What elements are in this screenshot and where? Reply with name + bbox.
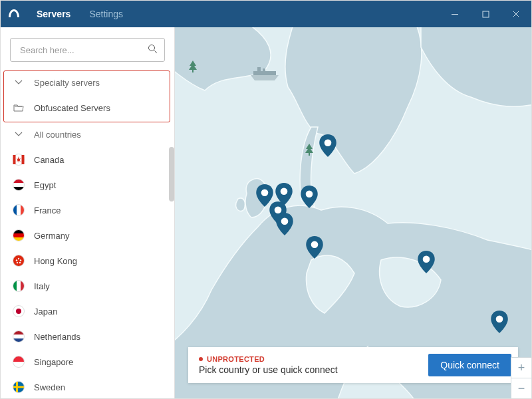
search-field[interactable]: [19, 45, 148, 56]
country-label: Egypt: [34, 180, 56, 190]
svg-point-27: [16, 259, 17, 261]
flag-germany-icon: [13, 229, 25, 241]
sidebar-item-france[interactable]: France: [1, 198, 174, 223]
svg-point-24: [20, 259, 21, 261]
tree-icon: [304, 144, 315, 159]
country-label: Germany: [34, 231, 69, 241]
flag-italy-icon: [13, 280, 25, 292]
country-label: Italy: [34, 281, 50, 291]
svg-rect-9: [13, 183, 25, 187]
tab-settings[interactable]: Settings: [80, 1, 132, 27]
sidebar-item-singapore[interactable]: Singapore: [1, 349, 174, 374]
svg-point-25: [19, 262, 21, 263]
flag-japan-icon: [13, 305, 25, 317]
sidebar-item-japan[interactable]: Japan: [1, 299, 174, 324]
country-label: France: [34, 205, 61, 215]
svg-rect-30: [17, 280, 21, 292]
flag-singapore-icon: [13, 356, 25, 368]
map-pin[interactable]: [319, 134, 336, 157]
map-landmass: [175, 27, 531, 398]
sidebar-item-obfuscated[interactable]: Obfuscated Servers: [1, 95, 174, 120]
map-pin[interactable]: [418, 251, 435, 273]
status-label: UNPROTECTED: [207, 355, 265, 363]
folder-open-icon: [13, 102, 25, 114]
flag-france-icon: [13, 204, 25, 216]
maximize-button[interactable]: [470, 1, 501, 27]
sidebar-item-italy[interactable]: Italy: [1, 273, 174, 299]
status-message: Pick country or use quick connect: [199, 364, 338, 375]
flag-sweden-icon: [13, 381, 25, 393]
close-button[interactable]: [501, 1, 531, 27]
titlebar: Servers Settings: [1, 1, 531, 27]
svg-rect-37: [13, 334, 25, 338]
svg-rect-47: [13, 386, 25, 388]
sidebar-item-egypt[interactable]: Egypt: [1, 172, 174, 198]
svg-line-3: [154, 51, 157, 53]
flag-canada-icon: [13, 154, 25, 166]
all-countries-label: All countries: [34, 130, 81, 140]
svg-point-2: [149, 45, 155, 51]
scrollbar-thumb[interactable]: [169, 147, 174, 201]
chevron-down-icon: [13, 128, 25, 140]
flag-hong-kong-icon: [13, 255, 25, 267]
svg-rect-52: [263, 68, 265, 71]
protection-status: UNPROTECTED: [199, 355, 338, 363]
svg-point-23: [18, 258, 19, 259]
flag-netherlands-icon: [13, 331, 25, 342]
map-pin[interactable]: [491, 311, 508, 333]
sidebar-item-sweden[interactable]: Sweden: [1, 374, 174, 398]
sidebar-item-hong-kong[interactable]: Hong Kong: [1, 248, 174, 273]
status-bar: UNPROTECTED Pick country or use quick co…: [188, 347, 518, 383]
svg-rect-6: [22, 155, 25, 164]
svg-rect-49: [192, 70, 194, 72]
zoom-in-button[interactable]: +: [511, 358, 531, 378]
app-logo-icon: [1, 1, 27, 27]
svg-rect-50: [309, 153, 310, 156]
status-dot-icon: [199, 357, 203, 361]
zoom-out-button[interactable]: −: [511, 378, 531, 398]
map-pin[interactable]: [276, 213, 293, 235]
boat-icon: [248, 67, 281, 85]
map-pin[interactable]: [301, 186, 318, 208]
map-view[interactable]: UNPROTECTED Pick country or use quick co…: [175, 27, 531, 398]
quick-connect-button[interactable]: Quick connect: [428, 354, 511, 376]
country-label: Hong Kong: [34, 256, 77, 266]
obfuscated-label: Obfuscated Servers: [34, 103, 110, 113]
zoom-controls: + −: [511, 357, 531, 398]
tree-icon: [188, 61, 198, 76]
country-label: Singapore: [34, 357, 73, 367]
all-countries-header[interactable]: All countries: [1, 122, 174, 147]
server-list: Specialty servers Obfuscated Servers All…: [1, 70, 174, 398]
country-label: Canada: [34, 155, 65, 165]
svg-rect-1: [483, 11, 489, 17]
sidebar-item-germany[interactable]: Germany: [1, 223, 174, 248]
country-label: Japan: [34, 307, 57, 317]
minimize-button[interactable]: [440, 1, 470, 27]
specialty-label: Specialty servers: [34, 78, 100, 88]
svg-rect-5: [13, 155, 16, 164]
sidebar-item-netherlands[interactable]: Netherlands: [1, 324, 174, 349]
svg-rect-14: [17, 204, 21, 216]
svg-point-26: [17, 262, 18, 263]
svg-rect-51: [257, 67, 261, 71]
svg-point-34: [16, 309, 21, 314]
search-input[interactable]: [10, 38, 165, 62]
sidebar: Specialty servers Obfuscated Servers All…: [1, 27, 175, 398]
tab-servers[interactable]: Servers: [27, 1, 80, 27]
svg-rect-42: [13, 362, 25, 368]
search-icon: [148, 44, 158, 56]
svg-point-22: [13, 255, 25, 267]
sidebar-item-canada[interactable]: Canada: [1, 147, 174, 172]
svg-rect-41: [13, 356, 25, 362]
specialty-servers-header[interactable]: Specialty servers: [1, 70, 174, 95]
flag-egypt-icon: [13, 179, 25, 191]
svg-rect-19: [13, 233, 25, 237]
chevron-down-icon: [13, 76, 25, 88]
app-window: Servers Settings: [0, 0, 532, 399]
svg-rect-53: [253, 71, 276, 75]
map-pin[interactable]: [306, 236, 323, 259]
country-label: Netherlands: [34, 332, 80, 342]
svg-rect-0: [452, 14, 458, 15]
country-label: Sweden: [34, 382, 65, 392]
